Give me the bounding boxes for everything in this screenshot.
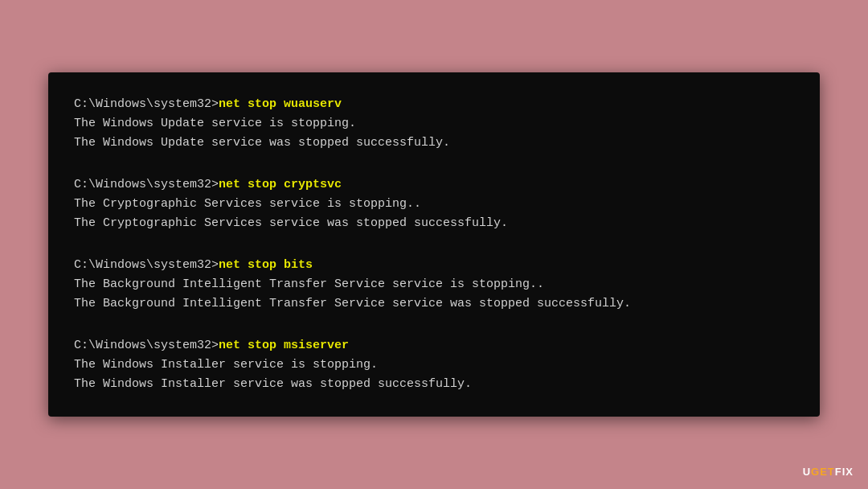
- cmd-prompt-2: C:\Windows\system32>: [74, 178, 219, 191]
- brand-fix: FIX: [835, 466, 854, 478]
- cmd-output-3b: The Background Intelligent Transfer Serv…: [74, 294, 794, 314]
- cmd-line-3: C:\Windows\system32>net stop bits: [74, 256, 794, 275]
- cmd-output-2b: The Cryptographic Services service was s…: [74, 214, 794, 233]
- cmd-output-3a: The Background Intelligent Transfer Serv…: [74, 275, 794, 294]
- cmd-command-1: net stop wuauserv: [219, 97, 342, 111]
- brand-accent: G: [811, 466, 820, 478]
- cmd-command-4: net stop msiserver: [219, 339, 349, 352]
- cmd-output-1a: The Windows Update service is stopping.: [74, 114, 794, 134]
- terminal-block-1: C:\Windows\system32>net stop wuauserv Th…: [74, 95, 794, 153]
- cmd-command-3: net stop bits: [219, 258, 313, 272]
- cmd-prompt-4: C:\Windows\system32>: [74, 339, 219, 352]
- terminal-block-2: C:\Windows\system32>net stop cryptsvc Th…: [74, 175, 794, 233]
- brand-u: U: [803, 466, 811, 478]
- cmd-command-2: net stop cryptsvc: [219, 178, 342, 191]
- terminal-window: C:\Windows\system32>net stop wuauserv Th…: [48, 72, 820, 417]
- terminal-block-4: C:\Windows\system32>net stop msiserver T…: [74, 336, 794, 394]
- cmd-prompt-3: C:\Windows\system32>: [74, 258, 219, 272]
- cmd-prompt-1: C:\Windows\system32>: [74, 97, 219, 111]
- terminal-block-3: C:\Windows\system32>net stop bits The Ba…: [74, 256, 794, 314]
- brand-watermark: UGETFIX: [803, 466, 854, 478]
- brand-t: T: [828, 466, 835, 478]
- cmd-output-1b: The Windows Update service was stopped s…: [74, 134, 794, 153]
- cmd-output-4a: The Windows Installer service is stoppin…: [74, 355, 794, 375]
- cmd-output-2a: The Cryptographic Services service is st…: [74, 195, 794, 214]
- cmd-line-4: C:\Windows\system32>net stop msiserver: [74, 336, 794, 355]
- cmd-line-1: C:\Windows\system32>net stop wuauserv: [74, 95, 794, 114]
- brand-e: E: [820, 466, 828, 478]
- cmd-output-4b: The Windows Installer service was stoppe…: [74, 375, 794, 394]
- cmd-line-2: C:\Windows\system32>net stop cryptsvc: [74, 175, 794, 195]
